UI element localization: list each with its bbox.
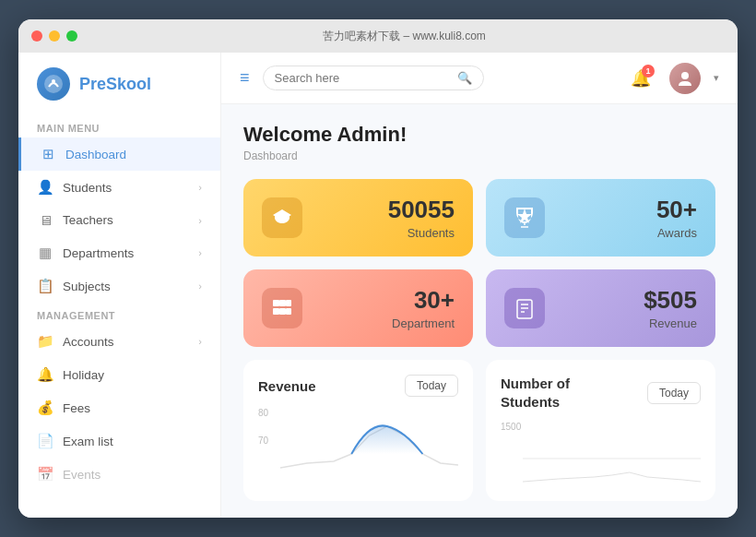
revenue-chart-title: Revenue: [258, 378, 316, 394]
chevron-right-icon: ›: [198, 215, 202, 226]
sidebar-item-label: Fees: [63, 401, 90, 415]
students-chart-area: 1500: [501, 422, 701, 486]
events-icon: 📅: [37, 466, 53, 483]
fees-icon: 💰: [37, 400, 53, 416]
stat-card-revenue: $505 Revenue: [486, 269, 715, 347]
svg-rect-7: [273, 308, 279, 315]
svg-rect-4: [273, 300, 279, 306]
chevron-right-icon: ›: [198, 182, 202, 193]
department-number: 30+: [317, 286, 455, 315]
awards-label: Awards: [560, 226, 697, 240]
revenue-today-button[interactable]: Today: [405, 375, 458, 397]
sidebar-item-exam-list[interactable]: 📄 Exam list: [18, 424, 220, 458]
departments-icon: ▦: [37, 245, 53, 261]
sidebar-item-departments[interactable]: ▦ Departments ›: [18, 236, 220, 269]
notification-badge: 1: [642, 65, 655, 78]
menu-icon[interactable]: ≡: [240, 68, 250, 88]
chevron-right-icon: ›: [198, 336, 202, 347]
content-area: Welcome Admin! Dashboard 50055 Studen: [221, 104, 738, 518]
search-input[interactable]: [275, 71, 452, 85]
main-content: ≡ 🔍 🔔 1 ▾: [221, 53, 738, 518]
svg-rect-8: [279, 308, 286, 315]
sidebar-item-accounts[interactable]: 📁 Accounts ›: [18, 325, 220, 358]
sidebar-item-students[interactable]: 👤 Students ›: [18, 171, 220, 204]
students-chart-header: Number of Students Today: [501, 375, 701, 411]
students-card-info: 50055 Students: [317, 196, 455, 240]
titlebar: 苦力吧素材下载 – www.kuli8.com: [18, 19, 738, 53]
awards-number: 50+: [560, 196, 697, 224]
revenue-label: Revenue: [560, 316, 697, 330]
y-label-70: 70: [258, 436, 268, 446]
topbar-right: 🔔 1 ▾: [625, 63, 719, 94]
chevron-right-icon: ›: [198, 280, 202, 292]
revenue-number: $505: [560, 286, 697, 315]
students-number: 50055: [317, 196, 455, 224]
sidebar-item-label: Events: [63, 468, 100, 482]
sidebar-item-label: Exam list: [63, 435, 113, 448]
avatar-chevron-icon[interactable]: ▾: [714, 72, 719, 84]
department-label: Department: [317, 316, 455, 330]
svg-rect-6: [286, 300, 291, 306]
svg-marker-3: [517, 209, 532, 223]
students-label: Students: [317, 226, 455, 240]
charts-grid: Revenue Today 80 70: [243, 360, 715, 501]
logo: PreSkool: [18, 67, 220, 115]
stat-card-awards: 50+ Awards: [486, 179, 715, 257]
maximize-btn[interactable]: [66, 30, 77, 42]
close-btn[interactable]: [31, 30, 42, 42]
chevron-right-icon: ›: [198, 247, 202, 258]
titlebar-text: 苦力吧素材下载 – www.kuli8.com: [84, 29, 725, 44]
sidebar-item-label: Dashboard: [65, 148, 126, 161]
app-body: PreSkool Main Menu ⊞ Dashboard 👤 Student…: [18, 53, 738, 518]
svg-rect-5: [279, 300, 286, 306]
revenue-card-icon: [504, 288, 545, 328]
students-card-icon: [262, 197, 302, 238]
breadcrumb: Dashboard: [243, 149, 715, 162]
sidebar-item-label: Teachers: [63, 213, 113, 227]
dashboard-icon: ⊞: [40, 146, 56, 162]
avatar[interactable]: [669, 63, 701, 94]
sidebar-item-subjects[interactable]: 📋 Subjects ›: [18, 269, 220, 303]
sidebar-item-label: Departments: [63, 246, 134, 260]
department-card-icon: [262, 288, 302, 328]
notification-button[interactable]: 🔔 1: [625, 63, 656, 94]
management-label: Management: [18, 303, 220, 325]
sidebar-item-label: Holiday: [63, 368, 104, 382]
holiday-icon: 🔔: [37, 366, 53, 383]
svg-rect-10: [517, 300, 532, 318]
search-icon: 🔍: [457, 71, 472, 85]
revenue-chart-svg: [280, 417, 458, 472]
accounts-icon: 📁: [37, 333, 53, 350]
revenue-chart-header: Revenue Today: [258, 375, 458, 397]
sidebar-item-label: Subjects: [63, 280, 111, 293]
topbar: ≡ 🔍 🔔 1 ▾: [221, 53, 738, 104]
svg-rect-9: [286, 308, 291, 315]
minimize-btn[interactable]: [49, 30, 60, 42]
students-chart-svg: [523, 431, 701, 486]
sidebar-item-holiday[interactable]: 🔔 Holiday: [18, 358, 220, 391]
sidebar: PreSkool Main Menu ⊞ Dashboard 👤 Student…: [18, 53, 221, 518]
y-label-1500: 1500: [501, 422, 521, 432]
stat-card-students: 50055 Students: [243, 179, 473, 257]
students-icon: 👤: [37, 179, 53, 196]
subjects-icon: 📋: [37, 278, 53, 294]
sidebar-item-events[interactable]: 📅 Events: [18, 458, 220, 491]
sidebar-item-dashboard[interactable]: ⊞ Dashboard: [18, 137, 220, 171]
logo-icon: [37, 67, 70, 101]
stat-card-department: 30+ Department: [243, 269, 473, 347]
students-today-button[interactable]: Today: [647, 382, 701, 404]
students-chart-title: Number of Students: [501, 375, 570, 411]
svg-point-2: [681, 72, 689, 79]
stat-cards-grid: 50055 Students: [243, 179, 715, 347]
revenue-chart-area: 80 70: [258, 408, 458, 472]
search-bar: 🔍: [263, 66, 484, 90]
sidebar-item-label: Accounts: [63, 335, 114, 349]
sidebar-item-teachers[interactable]: 🖥 Teachers ›: [18, 204, 220, 236]
sidebar-item-fees[interactable]: 💰 Fees: [18, 391, 220, 424]
app-window: 苦力吧素材下载 – www.kuli8.com PreSkool Main Me…: [18, 19, 738, 518]
page-title: Welcome Admin!: [243, 123, 715, 147]
main-menu-label: Main Menu: [18, 115, 220, 137]
revenue-card-info: $505 Revenue: [560, 286, 697, 330]
department-card-info: 30+ Department: [317, 286, 455, 330]
sidebar-item-label: Students: [63, 181, 112, 195]
